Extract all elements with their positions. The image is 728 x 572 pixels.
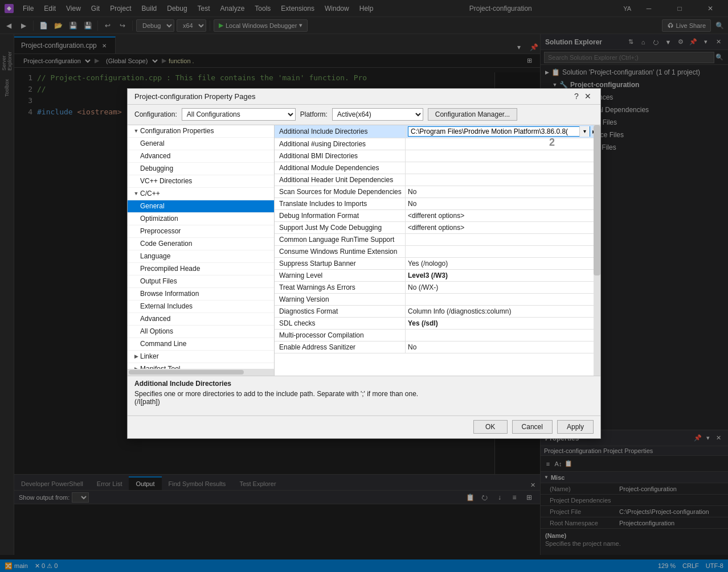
modal-title-bar: Project-configuration Property Pages ? ✕: [128, 89, 600, 105]
modal-close-btn[interactable]: ✕: [582, 90, 594, 102]
platform-select[interactable]: Active(x64): [332, 108, 423, 121]
include-dirs-input[interactable]: ▾: [408, 126, 590, 137]
prop-grid-row-18[interactable]: Enable Address Sanitizer No: [275, 341, 600, 353]
cpp-adv-label: Advanced: [140, 315, 170, 323]
modal-body: 1 ▼ Configuration Properties General Adv…: [128, 125, 600, 376]
tree-cpp-codegen[interactable]: Code Generation: [128, 238, 274, 250]
prop-key-12: Warning Level: [275, 270, 406, 281]
tree-debugging[interactable]: Debugging: [128, 163, 274, 175]
modal-desc-title: Additional Include Directories: [134, 380, 594, 388]
prop-grid-row-10[interactable]: Consume Windows Runtime Extension: [275, 246, 600, 258]
cpp-lang-label: Language: [140, 252, 170, 260]
prop-key-2: Additional BMI Directories: [275, 150, 406, 162]
modal-desc-text: Specifies one or more directories to add…: [134, 390, 594, 406]
prop-val-11: Yes (/nologo): [406, 258, 600, 269]
cpp-codegen-label: Code Generation: [140, 240, 192, 248]
tree-cpp-preproc[interactable]: Preprocessor: [128, 225, 274, 238]
label-2-indicator: 2: [549, 137, 555, 149]
prop-val-14: [406, 298, 600, 301]
config-manager-btn[interactable]: Configuration Manager...: [428, 108, 517, 121]
debugging-label: Debugging: [140, 164, 173, 172]
modal-buttons: OK Cancel Apply: [128, 415, 600, 438]
tree-cpp-browse[interactable]: Browse Information: [128, 288, 274, 301]
tree-config-props[interactable]: ▼ Configuration Properties: [128, 125, 274, 138]
apply-button[interactable]: Apply: [557, 420, 594, 434]
prop-val-3: [406, 167, 600, 169]
tree-cpp-cmd[interactable]: Command Line: [128, 338, 274, 351]
prop-key-9: Common Language RunTime Support: [275, 234, 406, 245]
tree-cpp-output[interactable]: Output Files: [128, 275, 274, 288]
cpp-cmd-label: Command Line: [140, 340, 186, 348]
prop-key-6: Translate Includes to Imports: [275, 198, 406, 209]
tree-cpp-pch[interactable]: Precompiled Heade: [128, 263, 274, 275]
include-dirs-dropdown-btn[interactable]: ▾: [579, 126, 590, 137]
prop-grid-row-14[interactable]: Warning Version: [275, 294, 600, 306]
prop-key-17: Multi-processor Compilation: [275, 330, 406, 341]
cpp-browse-label: Browse Information: [140, 290, 199, 298]
prop-val-13: No (/WX-): [406, 282, 600, 293]
prop-key-11: Suppress Startup Banner: [275, 258, 406, 269]
tree-cpp-general[interactable]: General: [128, 200, 274, 213]
prop-key-1: Additional #using Directories: [275, 138, 406, 150]
linker-arrow: ▶: [132, 353, 140, 359]
prop-val-9: [406, 238, 600, 241]
prop-grid-row-8[interactable]: Support Just My Code Debugging <differen…: [275, 222, 600, 234]
tree-vc-dirs[interactable]: VC++ Directories: [128, 175, 274, 188]
tree-scroll-thumb[interactable]: [129, 370, 244, 375]
tree-cpp-all[interactable]: All Options: [128, 326, 274, 338]
prop-key-16: SDL checks: [275, 318, 406, 329]
modal-help-btn[interactable]: ?: [571, 90, 582, 102]
prop-grid-row-13[interactable]: Treat Warnings As Errors No (/WX-): [275, 282, 600, 294]
prop-grid-row-6[interactable]: Translate Includes to Imports No: [275, 198, 600, 210]
tree-cpp-adv[interactable]: Advanced: [128, 313, 274, 326]
tree-general[interactable]: General: [128, 138, 274, 150]
cpp-output-label: Output Files: [140, 277, 177, 285]
prop-grid-row-3[interactable]: Additional Module Dependencies: [275, 162, 600, 174]
tree-cpp-ext-inc[interactable]: External Includes: [128, 301, 274, 313]
modal-config-row: Configuration: All Configurations Platfo…: [128, 105, 600, 125]
prop-grid-row-15[interactable]: Diagnostics Format Column Info (/diagnos…: [275, 306, 600, 318]
modal-tree-panel: 1 ▼ Configuration Properties General Adv…: [128, 125, 275, 376]
tree-linker[interactable]: ▶ Linker: [128, 351, 274, 363]
prop-val-18: No: [406, 342, 600, 352]
tree-cpp[interactable]: ▼ C/C++: [128, 188, 274, 200]
cpp-all-label: All Options: [140, 327, 173, 335]
modal-dialog: Project-configuration Property Pages ? ✕…: [127, 88, 601, 439]
tree-cpp-lang[interactable]: Language: [128, 250, 274, 263]
modal-grid-panel: 2 Additional Include Directories ▾ ▸ Add…: [275, 125, 600, 376]
advanced-label: Advanced: [140, 152, 170, 160]
prop-grid-row-11[interactable]: Suppress Startup Banner Yes (/nologo): [275, 258, 600, 270]
prop-grid-row-12[interactable]: Warning Level Level3 (/W3): [275, 270, 600, 282]
ok-button[interactable]: OK: [473, 420, 508, 434]
prop-val-10: [406, 250, 600, 253]
prop-grid-row-17[interactable]: Multi-processor Compilation: [275, 330, 600, 341]
prop-grid-row-4[interactable]: Additional Header Unit Dependencies: [275, 174, 600, 186]
grid-scroll-thumb[interactable]: [594, 125, 600, 275]
vc-dirs-label: VC++ Directories: [140, 177, 192, 185]
prop-val-0[interactable]: ▾: [406, 125, 592, 138]
prop-val-15: Column Info (/diagnostics:column): [406, 306, 600, 316]
cpp-pch-label: Precompiled Heade: [140, 265, 200, 273]
config-props-arrow: ▼: [132, 128, 140, 134]
config-props-label: Configuration Properties: [140, 127, 214, 135]
tree-scrollbar[interactable]: [128, 369, 274, 376]
prop-key-10: Consume Windows Runtime Extension: [275, 246, 406, 257]
linker-label: Linker: [140, 352, 159, 360]
include-dirs-field[interactable]: [408, 127, 579, 135]
general-label: General: [140, 139, 165, 147]
tree-advanced[interactable]: Advanced: [128, 150, 274, 163]
prop-val-12: Level3 (/W3): [406, 270, 600, 281]
tree-cpp-opt[interactable]: Optimization: [128, 213, 274, 225]
grid-scrollbar[interactable]: [594, 125, 600, 376]
platform-label: Platform:: [300, 110, 328, 118]
cpp-opt-label: Optimization: [140, 215, 178, 223]
prop-val-2: [406, 155, 600, 157]
prop-key-5: Scan Sources for Module Dependencies: [275, 186, 406, 197]
prop-grid-row-2[interactable]: Additional BMI Directories: [275, 150, 600, 162]
cancel-button[interactable]: Cancel: [512, 420, 553, 434]
prop-grid-row-16[interactable]: SDL checks Yes (/sdl): [275, 318, 600, 330]
prop-grid-row-5[interactable]: Scan Sources for Module Dependencies No: [275, 186, 600, 198]
config-select[interactable]: All Configurations: [182, 108, 296, 121]
prop-grid-row-7[interactable]: Debug Information Format <different opti…: [275, 210, 600, 222]
prop-grid-row-9[interactable]: Common Language RunTime Support: [275, 234, 600, 246]
